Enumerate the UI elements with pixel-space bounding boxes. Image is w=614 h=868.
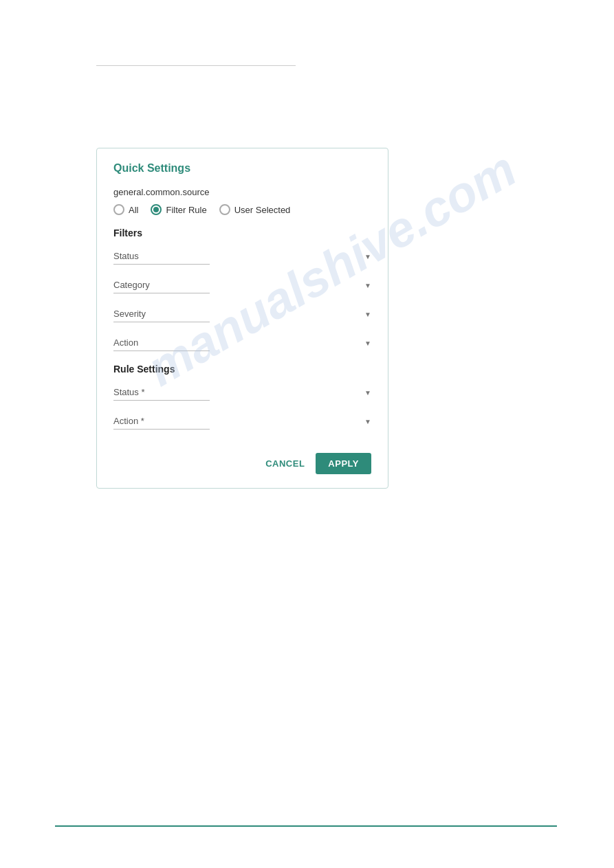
filters-section-title: Filters (113, 227, 371, 238)
top-divider (96, 65, 296, 66)
apply-button[interactable]: APPLY (316, 453, 371, 474)
severity-dropdown-arrow: ▼ (364, 311, 371, 318)
radio-all-label: All (129, 205, 138, 215)
bottom-divider (55, 825, 557, 827)
radio-filter-rule[interactable]: Filter Rule (151, 204, 206, 215)
rule-settings-title: Rule Settings (113, 364, 371, 375)
source-label: general.common.source (113, 187, 371, 197)
category-filter-select[interactable]: Category (113, 277, 210, 293)
radio-user-selected-circle (219, 204, 230, 215)
category-filter-field: Category ▼ (113, 277, 371, 293)
radio-filter-rule-label: Filter Rule (166, 205, 206, 215)
category-dropdown-arrow: ▼ (364, 282, 371, 289)
rule-status-field: Status * ▼ (113, 384, 371, 401)
rule-status-dropdown-arrow: ▼ (364, 389, 371, 397)
cancel-button[interactable]: CANCEL (265, 458, 305, 469)
action-filter-field: Action ▼ (113, 335, 371, 351)
dialog-box: Quick Settings general.common.source All… (96, 148, 388, 489)
radio-group: All Filter Rule User Selected (113, 204, 371, 215)
footer-buttons: CANCEL APPLY (113, 446, 371, 474)
quick-settings-dialog: Quick Settings general.common.source All… (96, 148, 388, 489)
radio-user-selected[interactable]: User Selected (219, 204, 291, 215)
severity-filter-select[interactable]: Severity (113, 306, 210, 322)
rule-settings-section: Rule Settings Status * ▼ Action * ▼ (113, 364, 371, 430)
rule-status-select[interactable]: Status * (113, 384, 210, 401)
status-filter-select[interactable]: Status (113, 248, 210, 265)
action-dropdown-arrow: ▼ (364, 340, 371, 347)
severity-filter-field: Severity ▼ (113, 306, 371, 322)
action-filter-select[interactable]: Action (113, 335, 210, 351)
rule-action-select[interactable]: Action * (113, 413, 210, 430)
status-dropdown-arrow: ▼ (364, 253, 371, 260)
radio-all[interactable]: All (113, 204, 138, 215)
status-filter-field: Status ▼ (113, 248, 371, 265)
rule-action-dropdown-arrow: ▼ (364, 418, 371, 425)
radio-user-selected-label: User Selected (234, 205, 291, 215)
rule-action-field: Action * ▼ (113, 413, 371, 430)
dialog-title: Quick Settings (113, 162, 371, 175)
radio-filter-rule-circle (151, 204, 162, 215)
radio-all-circle (113, 204, 124, 215)
